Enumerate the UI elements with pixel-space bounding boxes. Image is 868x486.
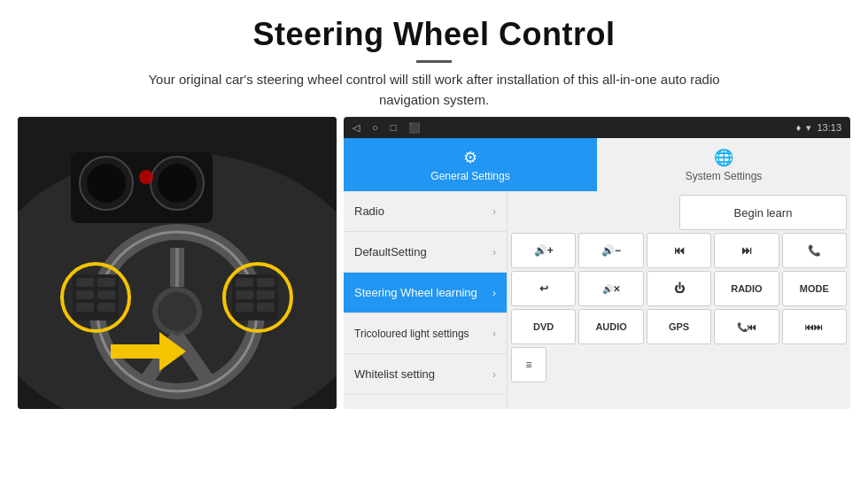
wifi-icon: ▾ bbox=[806, 122, 811, 134]
main-content: ◁ ○ □ ⬛ ♦ ▾ 13:13 ⚙ General Settings bbox=[0, 117, 868, 486]
back-nav-icon[interactable]: ◁ bbox=[353, 122, 360, 134]
prev-track-button[interactable]: ⏮ bbox=[647, 233, 711, 268]
mute-button[interactable]: 🔊✕ bbox=[578, 271, 643, 306]
svg-rect-26 bbox=[236, 290, 253, 299]
volume-up-button[interactable]: 🔊+ bbox=[511, 233, 576, 268]
menu-item-whitelist-chevron: › bbox=[492, 368, 496, 381]
controls-row-3: ↩ 🔊✕ ⏻ RADIO MODE bbox=[511, 271, 847, 306]
svg-rect-24 bbox=[236, 278, 253, 287]
menu-item-steering-wheel[interactable]: Steering Wheel learning › bbox=[344, 273, 507, 313]
page-container: Steering Wheel Control Your original car… bbox=[0, 0, 868, 486]
svg-rect-21 bbox=[97, 290, 115, 299]
svg-rect-20 bbox=[76, 290, 94, 299]
dvd-button[interactable]: DVD bbox=[511, 309, 576, 344]
prev-next-button[interactable]: ⏮⏭ bbox=[782, 309, 847, 344]
left-menu: Radio › DefaultSetting › Steering Wheel … bbox=[344, 191, 508, 409]
mode-button[interactable]: MODE bbox=[782, 271, 847, 306]
prev-next-icon: ⏮⏭ bbox=[805, 322, 823, 332]
audio-button[interactable]: AUDIO bbox=[578, 309, 643, 344]
power-button[interactable]: ⏻ bbox=[647, 271, 711, 306]
audio-label: AUDIO bbox=[595, 321, 626, 332]
menu-item-tricoloured[interactable]: Tricoloured light settings › bbox=[344, 313, 507, 354]
menu-item-default-label: DefaultSetting bbox=[354, 245, 427, 258]
svg-rect-19 bbox=[97, 278, 115, 287]
svg-rect-18 bbox=[76, 278, 94, 287]
svg-point-6 bbox=[158, 164, 197, 203]
status-bar-nav-icons: ◁ ○ □ ⬛ bbox=[353, 122, 421, 134]
header-section: Steering Wheel Control Your original car… bbox=[0, 0, 868, 117]
next-track-icon: ⏭ bbox=[741, 244, 752, 257]
location-icon: ♦ bbox=[796, 122, 802, 133]
svg-rect-29 bbox=[257, 303, 275, 312]
screenshot-nav-icon[interactable]: ⬛ bbox=[408, 122, 421, 134]
svg-point-11 bbox=[158, 292, 197, 331]
menu-item-default-setting[interactable]: DefaultSetting › bbox=[344, 232, 507, 273]
next-track-button[interactable]: ⏭ bbox=[714, 233, 779, 268]
clock: 13:13 bbox=[817, 122, 841, 133]
menu-item-radio-chevron: › bbox=[492, 205, 496, 218]
gps-label: GPS bbox=[669, 321, 689, 332]
system-settings-label: System Settings bbox=[686, 170, 763, 182]
volume-down-icon: 🔊− bbox=[601, 244, 621, 257]
system-settings-icon: 🌐 bbox=[714, 148, 733, 167]
menu-item-tricoloured-chevron: › bbox=[492, 328, 496, 340]
controls-row-5: ≡ bbox=[511, 347, 847, 382]
svg-rect-32 bbox=[111, 344, 159, 359]
svg-rect-28 bbox=[236, 303, 253, 312]
phone-prev-button[interactable]: 📞⏮ bbox=[714, 309, 779, 344]
controls-row-4: DVD AUDIO GPS 📞⏮ ⏮⏭ bbox=[511, 309, 847, 344]
mode-label: MODE bbox=[800, 283, 829, 294]
radio-label: RADIO bbox=[731, 283, 762, 294]
status-bar: ◁ ○ □ ⬛ ♦ ▾ 13:13 bbox=[344, 117, 850, 138]
general-settings-icon: ⚙ bbox=[463, 148, 477, 167]
svg-point-7 bbox=[139, 170, 153, 184]
general-settings-label: General Settings bbox=[430, 170, 509, 182]
dvd-label: DVD bbox=[533, 321, 554, 332]
controls-row-2: 🔊+ 🔊− ⏮ ⏭ 📞 bbox=[511, 233, 847, 268]
tab-general-settings[interactable]: ⚙ General Settings bbox=[344, 138, 597, 191]
tab-system-settings[interactable]: 🌐 System Settings bbox=[597, 138, 850, 191]
phone-button[interactable]: 📞 bbox=[782, 233, 847, 268]
page-subtitle: Your original car's steering wheel contr… bbox=[133, 70, 735, 110]
svg-point-4 bbox=[87, 164, 126, 203]
mute-icon: 🔊✕ bbox=[602, 284, 620, 294]
list-button[interactable]: ≡ bbox=[511, 347, 546, 382]
header-divider bbox=[416, 60, 452, 63]
home-nav-icon[interactable]: ○ bbox=[372, 122, 378, 133]
menu-item-radio-label: Radio bbox=[354, 204, 384, 218]
car-image-panel bbox=[18, 117, 337, 409]
menu-item-radio[interactable]: Radio › bbox=[344, 191, 507, 232]
android-panel: ◁ ○ □ ⬛ ♦ ▾ 13:13 ⚙ General Settings bbox=[344, 117, 850, 409]
svg-rect-25 bbox=[257, 278, 275, 287]
back-button[interactable]: ↩ bbox=[511, 271, 576, 306]
back-icon: ↩ bbox=[539, 282, 548, 295]
radio-button[interactable]: RADIO bbox=[714, 271, 779, 306]
power-icon: ⏻ bbox=[674, 282, 685, 295]
tab-bar: ⚙ General Settings 🌐 System Settings bbox=[344, 138, 850, 191]
menu-item-whitelist[interactable]: Whitelist setting › bbox=[344, 354, 507, 395]
gps-button[interactable]: GPS bbox=[647, 309, 711, 344]
page-title: Steering Wheel Control bbox=[35, 16, 833, 53]
svg-rect-23 bbox=[97, 303, 115, 312]
svg-rect-27 bbox=[257, 290, 275, 299]
svg-rect-22 bbox=[76, 303, 94, 312]
volume-down-button[interactable]: 🔊− bbox=[578, 233, 643, 268]
phone-prev-icon: 📞⏮ bbox=[737, 322, 756, 332]
phone-icon: 📞 bbox=[808, 244, 821, 257]
right-controls: Begin learn 🔊+ 🔊− ⏮ bbox=[508, 191, 850, 409]
status-bar-system-icons: ♦ ▾ 13:13 bbox=[796, 122, 841, 134]
empty-cell-1 bbox=[511, 195, 677, 230]
prev-track-icon: ⏮ bbox=[674, 244, 685, 257]
menu-item-tricoloured-label: Tricoloured light settings bbox=[354, 328, 469, 340]
begin-learn-button[interactable]: Begin learn bbox=[679, 195, 847, 230]
menu-item-steering-chevron: › bbox=[492, 287, 496, 299]
menu-item-default-chevron: › bbox=[492, 246, 496, 258]
menu-item-whitelist-label: Whitelist setting bbox=[354, 367, 435, 381]
content-area: Radio › DefaultSetting › Steering Wheel … bbox=[344, 191, 850, 409]
menu-item-steering-label: Steering Wheel learning bbox=[354, 286, 477, 299]
volume-up-icon: 🔊+ bbox=[534, 244, 554, 257]
recents-nav-icon[interactable]: □ bbox=[391, 122, 397, 133]
controls-row-1: Begin learn bbox=[511, 195, 847, 230]
list-icon: ≡ bbox=[525, 359, 531, 371]
